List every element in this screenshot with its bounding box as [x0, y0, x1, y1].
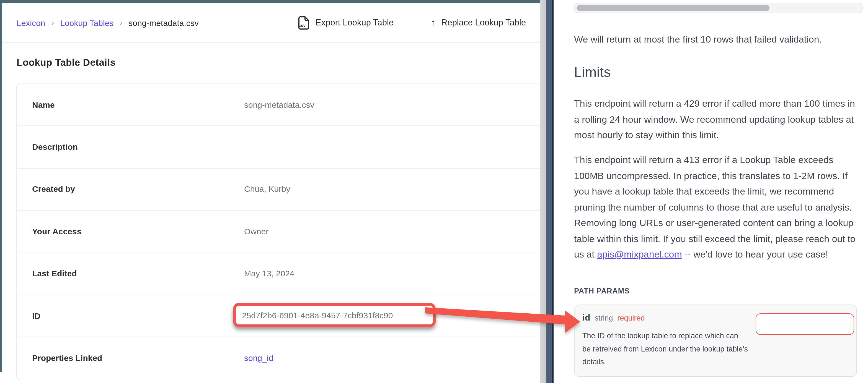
- param-name: id: [582, 313, 590, 323]
- export-button-label: Export Lookup Table: [315, 18, 394, 28]
- path-params-label: PATH PARAMS: [574, 287, 630, 295]
- detail-label: Properties Linked: [32, 337, 102, 379]
- detail-row-last-edited: Last Edited May 13, 2024: [17, 252, 540, 295]
- intro-paragraph: We will return at most the first 10 rows…: [574, 32, 860, 47]
- detail-label: Name: [32, 83, 55, 126]
- breadcrumb: Lexicon › Lookup Tables › song-metadata.…: [17, 3, 199, 42]
- param-type: string: [594, 314, 613, 322]
- panel-header: Lexicon › Lookup Tables › song-metadata.…: [2, 3, 540, 42]
- mixpanel-email-link[interactable]: apis@mixpanel.com: [597, 249, 682, 260]
- detail-value: Chua, Kurby: [244, 168, 290, 210]
- breadcrumb-link-lexicon[interactable]: Lexicon: [17, 18, 45, 27]
- breadcrumb-current-file: song-metadata.csv: [128, 18, 198, 27]
- detail-value: Owner: [244, 210, 269, 252]
- chevron-right-icon: ›: [51, 18, 54, 27]
- param-description: The ID of the lookup table to replace wh…: [582, 329, 748, 368]
- id-value-box[interactable]: 25d7f2b6-6901-4e8a-9457-7cbf931f8c90: [242, 310, 393, 320]
- detail-value: May 13, 2024: [244, 252, 294, 294]
- detail-row-created-by: Created by Chua, Kurby: [17, 168, 540, 211]
- detail-label: ID: [32, 294, 40, 337]
- csv-file-icon: csv: [297, 16, 310, 30]
- left-panel-vertical-scrollbar[interactable]: [540, 0, 547, 383]
- page-title: Lookup Table Details: [17, 57, 116, 69]
- up-arrow-icon: ↑: [431, 17, 436, 29]
- replace-button-label: Replace Lookup Table: [441, 18, 526, 28]
- param-id-input[interactable]: [755, 313, 854, 335]
- detail-label: Description: [32, 126, 78, 168]
- lookup-table-details-panel: Lexicon › Lookup Tables › song-metadata.…: [2, 3, 540, 383]
- api-docs-panel: We will return at most the first 10 rows…: [554, 0, 868, 383]
- detail-row-properties-linked: Properties Linked song_id: [17, 337, 540, 379]
- chevron-right-icon: ›: [120, 18, 122, 27]
- detail-value: song-metadata.csv: [244, 83, 314, 126]
- properties-linked-link[interactable]: song_id: [244, 353, 273, 362]
- detail-row-your-access: Your Access Owner: [17, 210, 540, 253]
- window-backdrop-top: [0, 0, 540, 3]
- detail-label: Your Access: [32, 210, 82, 252]
- limits-paragraph-2-tail: -- we'd love to hear your use case!: [682, 249, 828, 260]
- detail-label: Last Edited: [32, 252, 77, 294]
- window-backdrop-left: [0, 0, 2, 372]
- svg-text:csv: csv: [299, 23, 306, 27]
- detail-label: Created by: [32, 168, 75, 210]
- replace-lookup-table-button[interactable]: ↑ Replace Lookup Table: [431, 3, 526, 42]
- param-required-badge: required: [617, 314, 645, 322]
- export-lookup-table-button[interactable]: csv Export Lookup Table: [297, 3, 394, 42]
- horizontal-scrollbar-track[interactable]: [574, 3, 863, 13]
- screenshot-stage: Lexicon › Lookup Tables › song-metadata.…: [0, 0, 868, 383]
- details-card: Name song-metadata.csv Description Creat…: [16, 83, 540, 380]
- limits-paragraph-2-text: This endpoint will return a 413 error if…: [574, 155, 856, 260]
- window-divider: [547, 0, 554, 383]
- horizontal-scrollbar-thumb[interactable]: [577, 5, 770, 11]
- limits-paragraph-1: This endpoint will return a 429 error if…: [574, 96, 860, 143]
- detail-row-id: ID 25d7f2b6-6901-4e8a-9457-7cbf931f8c90: [17, 294, 540, 338]
- detail-row-description: Description: [17, 126, 540, 169]
- detail-row-name: Name song-metadata.csv: [17, 83, 540, 126]
- breadcrumb-link-lookup-tables[interactable]: Lookup Tables: [60, 18, 114, 27]
- param-card-id: id string required The ID of the lookup …: [574, 305, 857, 377]
- limits-heading: Limits: [574, 64, 611, 80]
- param-header: id string required: [582, 313, 645, 323]
- id-highlight-annotation: 25d7f2b6-6901-4e8a-9457-7cbf931f8c90: [233, 303, 436, 327]
- limits-paragraph-2: This endpoint will return a 413 error if…: [574, 152, 860, 263]
